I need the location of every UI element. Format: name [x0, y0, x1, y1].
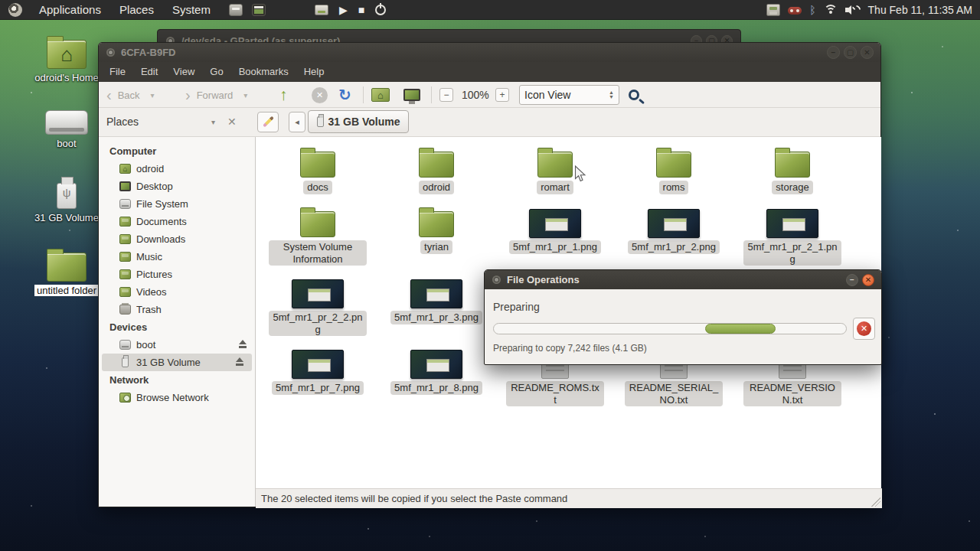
file-item[interactable]: 5mf_mr1_pr_2_2.png	[260, 275, 375, 336]
dialog-minimize-button[interactable]: −	[846, 274, 858, 286]
file-item[interactable]: 5mf_mr1_pr_3.png	[379, 275, 494, 324]
folder-icon	[656, 152, 691, 178]
fm-maximize-button[interactable]: ▢	[844, 46, 857, 59]
terminal-launcher-icon[interactable]	[252, 4, 266, 16]
window-menu-icon[interactable]	[492, 276, 501, 284]
sidebar-item-pictures[interactable]: Pictures	[99, 266, 255, 283]
file-label: 5mf_mr1_pr_1.png	[509, 240, 601, 254]
file-item[interactable]: romart	[498, 145, 612, 194]
reload-button[interactable]: ↻	[338, 82, 351, 108]
volume-icon[interactable]	[845, 5, 861, 15]
fm-close-button[interactable]: ✕	[861, 46, 874, 59]
search-button[interactable]	[629, 82, 639, 108]
applications-menu[interactable]: Applications	[30, 0, 110, 20]
zoom-out-button[interactable]: −	[439, 82, 453, 108]
file-item[interactable]: 5mf_mr1_pr_2_1.png	[735, 204, 850, 266]
desktop-button[interactable]	[403, 82, 420, 108]
dialog-title: File Operations	[507, 274, 580, 285]
fm-titlebar[interactable]: 6CFA-B9FD − ▢ ✕	[99, 43, 880, 62]
desktop-icon-label: untitled folder	[34, 285, 99, 296]
file-item[interactable]: 5mf_mr1_pr_8.png	[379, 345, 494, 395]
file-item[interactable]: 5mf_mr1_pr_2.png	[616, 204, 731, 254]
bluetooth-icon[interactable]: ᛒ	[809, 0, 815, 20]
home-button[interactable]	[371, 82, 390, 108]
status-text: The 20 selected items will be copied if …	[261, 493, 567, 504]
image-thumbnail-icon	[766, 209, 818, 238]
sidebar-item-31gb-volume[interactable]: 31 GB Volume	[102, 354, 252, 371]
dialog-titlebar[interactable]: File Operations − ✕	[485, 270, 881, 289]
sidebar-item-trash[interactable]: Trash	[99, 301, 255, 318]
up-button[interactable]: ↑	[279, 82, 288, 108]
folder-icon	[419, 152, 454, 178]
sidebar-item-downloads[interactable]: Downloads	[99, 230, 255, 248]
cancel-operation-button[interactable]: ✕	[853, 318, 875, 340]
eject-button[interactable]	[238, 340, 247, 349]
menu-edit[interactable]: Edit	[133, 62, 165, 82]
back-button[interactable]: ‹ Back ▾	[106, 82, 155, 108]
sidebar-item-browse-network[interactable]: Browse Network	[99, 389, 255, 406]
menu-logo-icon[interactable]	[8, 3, 22, 17]
file-item[interactable]: 5mf_mr1_pr_1.png	[498, 204, 612, 254]
file-label: README_VERSION.txt	[743, 381, 841, 406]
stop-icon[interactable]: ■	[358, 0, 364, 20]
file-item[interactable]: odroid	[379, 145, 494, 194]
folder-icon	[775, 152, 810, 178]
side-pane-dropdown-icon[interactable]: ▾	[211, 108, 215, 136]
file-item[interactable]: storage	[735, 145, 850, 194]
menu-help[interactable]: Help	[296, 62, 332, 82]
menu-bookmarks[interactable]: Bookmarks	[231, 62, 296, 82]
drive-applet-icon[interactable]	[315, 5, 328, 15]
view-mode-select[interactable]: Icon View ▲▼	[519, 82, 619, 108]
sidebar-item-boot[interactable]: boot	[99, 336, 255, 354]
stop-loading-button[interactable]: ✕	[312, 82, 328, 108]
gparted-launcher-icon[interactable]	[229, 4, 243, 16]
sidebar-section-computer: Computer	[99, 142, 255, 160]
menu-go[interactable]: Go	[202, 62, 230, 82]
progress-chunk	[705, 324, 776, 334]
file-item[interactable]: 5mf_mr1_pr_7.png	[260, 345, 375, 395]
file-label: roms	[659, 181, 689, 194]
file-item[interactable]: docs	[260, 145, 375, 194]
side-pane-close-icon[interactable]: ✕	[227, 108, 237, 136]
system-menu[interactable]: System	[163, 0, 220, 20]
path-scroll-left-button[interactable]: ◂	[289, 112, 305, 132]
menu-file[interactable]: File	[102, 62, 133, 82]
fm-minimize-button[interactable]: −	[827, 46, 840, 59]
file-manager-tray-icon[interactable]	[766, 4, 780, 16]
wifi-icon[interactable]	[824, 5, 838, 15]
zoom-in-button[interactable]: +	[495, 82, 509, 108]
resize-grip[interactable]	[871, 497, 880, 507]
path-tab-31gb-volume[interactable]: 31 GB Volume	[308, 110, 409, 133]
sidebar-item-music[interactable]: Music	[99, 248, 255, 266]
menu-view[interactable]: View	[165, 62, 202, 82]
clock[interactable]: Thu Feb 11, 11:35 AM	[868, 4, 972, 16]
eject-button[interactable]	[235, 357, 244, 367]
forward-button[interactable]: › Forward ▾	[185, 82, 247, 108]
file-item[interactable]: tyrian	[379, 204, 494, 254]
sidebar-item-file-system[interactable]: File System	[99, 195, 255, 213]
toolbar-separator	[363, 86, 364, 103]
places-menu[interactable]: Places	[110, 0, 163, 20]
file-item[interactable]: System Volume Information	[260, 204, 375, 266]
sidebar-item-desktop[interactable]: Desktop	[99, 178, 255, 195]
sidebar-item-documents[interactable]: Documents	[99, 213, 255, 230]
gamepad-tray-icon[interactable]	[788, 7, 802, 15]
sidebar-item-videos[interactable]: Videos	[99, 283, 255, 301]
edit-path-button[interactable]	[257, 112, 279, 132]
back-dropdown-icon[interactable]: ▾	[151, 91, 155, 99]
image-thumbnail-icon	[648, 209, 700, 238]
power-icon[interactable]	[375, 5, 386, 15]
desktop-icon	[119, 181, 131, 191]
dialog-close-button[interactable]: ✕	[862, 274, 874, 286]
file-item[interactable]: roms	[616, 145, 731, 194]
fm-toolbar: ‹ Back ▾ › Forward ▾ ↑ ✕ ↻ − 100% + Icon…	[99, 82, 880, 108]
window-menu-icon[interactable]	[106, 48, 115, 57]
forward-dropdown-icon[interactable]: ▾	[243, 91, 247, 99]
folder-icon	[419, 211, 454, 237]
usb-drive-icon	[317, 116, 324, 127]
documents-folder-icon	[119, 217, 131, 227]
image-thumbnail-icon	[292, 279, 344, 308]
play-icon[interactable]: ▶	[339, 0, 348, 20]
minus-icon: −	[439, 88, 453, 102]
sidebar-item-odroid[interactable]: odroid	[99, 160, 255, 178]
